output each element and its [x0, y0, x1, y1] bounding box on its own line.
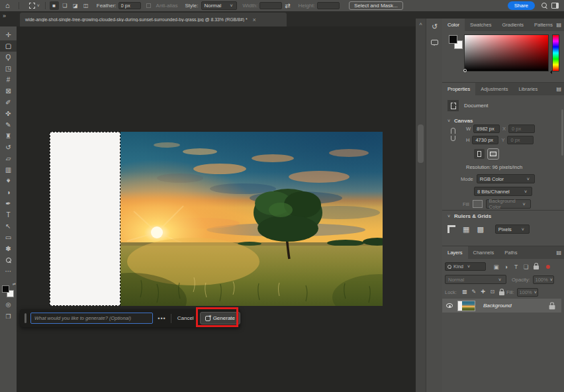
zoom-tool[interactable]: [0, 254, 17, 266]
tab-gradients[interactable]: Gradients: [496, 19, 529, 31]
add-to-selection-button[interactable]: ❏: [60, 1, 70, 10]
height-input[interactable]: [317, 2, 340, 9]
filter-image-layers-icon[interactable]: ▣: [491, 264, 501, 270]
lock-position-icon[interactable]: ✚: [479, 289, 488, 297]
panel-menu-icon[interactable]: ▤: [556, 250, 561, 256]
frame-tool[interactable]: ⊠: [0, 85, 17, 97]
canvas-height-input[interactable]: [472, 136, 498, 144]
edit-toolbar-button[interactable]: ⋯: [0, 266, 17, 277]
canvas-area[interactable]: ••• Cancel ★ Generate: [17, 26, 416, 392]
opacity-value-box[interactable]: 100% ˅: [533, 275, 554, 284]
fill-value-box[interactable]: 100% ˅: [517, 288, 538, 297]
blur-tool[interactable]: ♠: [0, 175, 17, 187]
filtering-toggle-light[interactable]: [546, 265, 550, 269]
quick-mask-button[interactable]: ◎: [0, 301, 17, 312]
pixel-grid-toggle-icon[interactable]: ▩: [477, 225, 483, 234]
filter-shape-layers-icon[interactable]: ❏: [521, 264, 531, 270]
portrait-orientation-button[interactable]: [474, 149, 485, 159]
object-selection-tool[interactable]: ◳: [0, 63, 17, 74]
pen-tool[interactable]: ✒: [0, 198, 17, 209]
close-tab-icon[interactable]: ×: [250, 17, 259, 23]
tab-properties[interactable]: Properties: [442, 83, 475, 95]
swap-dimensions-icon[interactable]: ⇄: [282, 0, 293, 11]
rulers-grids-section-header[interactable]: ˅ Rulers & Grids: [447, 213, 491, 219]
foreground-color-swatch[interactable]: [449, 35, 457, 44]
fill-dropdown[interactable]: Background Color ˅: [486, 199, 531, 209]
swap-colors-icon[interactable]: ⇄: [13, 281, 16, 286]
layer-row-background[interactable]: Background: [442, 299, 561, 313]
expand-tabs-icon[interactable]: »: [3, 13, 6, 19]
link-dimensions-icon[interactable]: [451, 128, 455, 141]
canvas-width-input[interactable]: [473, 124, 500, 133]
rectangular-marquee-tool[interactable]: ▢: [0, 40, 17, 52]
canvas-scrollbar[interactable]: ˄: [416, 19, 426, 392]
lock-transparent-pixels-icon[interactable]: ▩: [460, 289, 469, 297]
anti-alias-checkbox[interactable]: [146, 3, 151, 8]
filter-adjustment-layers-icon[interactable]: ◑: [501, 264, 511, 270]
tab-channels[interactable]: Channels: [468, 246, 500, 259]
share-button[interactable]: Share: [508, 1, 535, 10]
scrollbar-thumb[interactable]: [418, 124, 424, 163]
landscape-orientation-button[interactable]: [488, 149, 498, 159]
clone-stamp-tool[interactable]: ♜: [0, 130, 17, 142]
select-and-mask-button[interactable]: Select and Mask...: [349, 1, 403, 10]
chevron-down-icon[interactable]: ˅: [35, 3, 42, 8]
layer-name[interactable]: Background: [483, 303, 549, 309]
hand-tool[interactable]: ✽: [0, 243, 17, 254]
tab-color[interactable]: Color: [442, 19, 465, 31]
feather-input[interactable]: [118, 2, 141, 9]
tab-paths[interactable]: Paths: [499, 246, 522, 259]
color-picker-field[interactable]: [464, 34, 549, 72]
taskbar-drag-handle[interactable]: [24, 313, 26, 323]
layer-visibility-eye-icon[interactable]: [446, 303, 453, 308]
width-input[interactable]: [259, 2, 282, 9]
home-icon[interactable]: ⌂: [0, 0, 15, 11]
canvas-x-input[interactable]: [508, 124, 535, 133]
move-tool[interactable]: ✛: [0, 29, 17, 40]
units-dropdown[interactable]: Pixels ˅: [495, 224, 530, 234]
canvas-section-header[interactable]: ˅ Canvas: [447, 118, 473, 124]
tab-layers[interactable]: Layers: [442, 246, 468, 259]
gradient-tool[interactable]: ▥: [0, 164, 17, 175]
layer-lock-icon[interactable]: [549, 305, 555, 309]
panel-scrollbar-thumb[interactable]: [561, 109, 563, 156]
filter-smart-object-icon[interactable]: [531, 263, 541, 271]
shape-tool[interactable]: ▭: [0, 232, 17, 243]
type-tool[interactable]: T: [0, 209, 17, 220]
lasso-tool[interactable]: Ϙ: [0, 52, 17, 63]
photo-canvas[interactable]: [120, 132, 383, 306]
subtract-from-selection-button[interactable]: ◪: [71, 1, 80, 10]
bit-depth-dropdown[interactable]: 8 Bits/Channel ˅: [474, 187, 532, 196]
dodge-tool[interactable]: ◑: [0, 187, 17, 198]
search-icon[interactable]: [541, 3, 547, 8]
lock-artboard-icon[interactable]: ⊡: [488, 289, 497, 297]
more-options-button[interactable]: •••: [153, 315, 170, 322]
tab-adjustments[interactable]: Adjustments: [475, 83, 513, 95]
filter-kind-dropdown[interactable]: Kind ˅: [445, 262, 486, 271]
new-selection-button[interactable]: ■: [50, 1, 59, 10]
path-selection-tool[interactable]: ↖: [0, 220, 17, 232]
history-brush-tool[interactable]: ↺: [0, 142, 17, 153]
color-mode-dropdown[interactable]: RGB Color ˅: [477, 174, 535, 183]
collapse-up-icon[interactable]: ˄: [416, 21, 426, 27]
spot-healing-tool[interactable]: ✜: [0, 108, 17, 119]
rulers-toggle-icon[interactable]: [447, 225, 455, 233]
panel-menu-icon[interactable]: ▤: [556, 22, 561, 28]
lock-all-icon[interactable]: [497, 289, 506, 297]
eraser-tool[interactable]: ▱: [0, 153, 17, 164]
hue-slider[interactable]: [552, 34, 559, 72]
marquee-tool-preset-icon[interactable]: [29, 3, 35, 9]
eyedropper-tool[interactable]: ✐: [0, 97, 17, 108]
color-field-marker[interactable]: [463, 69, 467, 72]
lock-image-pixels-icon[interactable]: ✎: [469, 289, 479, 297]
comments-panel-button[interactable]: [426, 34, 443, 50]
brush-tool[interactable]: ✎: [0, 119, 17, 130]
screen-mode-button[interactable]: ❐: [0, 313, 17, 324]
grid-toggle-icon[interactable]: ▦: [463, 225, 469, 234]
tab-libraries[interactable]: Libraries: [513, 83, 543, 95]
workspace-switcher-icon[interactable]: [551, 3, 559, 9]
canvas-y-input[interactable]: [507, 136, 534, 144]
document-tab[interactable]: wide-angle-shot-single-tree-growing-clou…: [20, 13, 287, 26]
foreground-color-swatch[interactable]: [2, 285, 9, 293]
layer-thumbnail[interactable]: [457, 301, 475, 311]
